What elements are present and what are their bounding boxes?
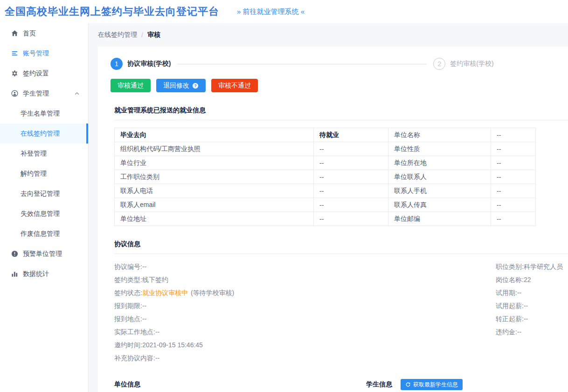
step-2-circle: 2	[433, 58, 445, 70]
agreement-left-column: 协议编号:-- 签约类型:线下签约 签约状态:就业协议审核中(等待学校审核) 报…	[114, 260, 496, 364]
section-title-agreement: 协议信息	[114, 240, 568, 248]
agreement-field-sign-status: 签约状态:就业协议审核中(等待学校审核)	[114, 286, 496, 299]
steps-connector-line	[177, 64, 427, 64]
agreement-field-post-name: 岗位名称:22	[496, 273, 568, 286]
gear-icon	[11, 70, 18, 77]
goto-employment-system-link[interactable]: » 前往就业管理系统 «	[237, 7, 305, 16]
table-cell: 单位联系人	[388, 170, 491, 184]
sidebar-item-destination-registration[interactable]: 去向登记管理	[0, 184, 88, 204]
sidebar-item-invalid-info[interactable]: 失效信息管理	[0, 204, 88, 224]
agreement-section: 协议信息 协议编号:-- 签约类型:线下签约 签约状态:就业协议审核中(等待学校…	[114, 240, 568, 364]
agreement-field-number: 协议编号:--	[114, 260, 496, 273]
table-row: 工作职位类别 -- 单位联系人 --	[115, 170, 536, 184]
agreement-field-position-category: 职位类别:科学研究人员	[496, 260, 568, 273]
refresh-icon	[405, 382, 411, 387]
sidebar-item-student-roster[interactable]: 学生名单管理	[0, 103, 88, 124]
table-cell: --	[314, 142, 388, 156]
step-1-circle: 1	[111, 58, 123, 70]
table-cell: 联系人电话	[115, 184, 314, 198]
refresh-student-info-button[interactable]: 获取最新学生信息	[401, 379, 463, 390]
table-row: 单位地址 -- 单位邮编 --	[115, 212, 536, 226]
send-back-button[interactable]: 退回修改 ?	[156, 79, 206, 92]
breadcrumb-parent[interactable]: 在线签约管理	[98, 31, 137, 39]
table-cell: --	[491, 156, 536, 170]
table-cell: --	[491, 212, 536, 226]
table-cell: --	[491, 198, 536, 212]
breadcrumb-current: 审核	[147, 31, 160, 39]
table-cell: 单位邮编	[388, 212, 491, 226]
table-cell: --	[491, 128, 536, 142]
divider	[114, 254, 568, 254]
approve-button[interactable]: 审核通过	[111, 79, 151, 92]
table-cell: --	[314, 156, 388, 170]
table-cell: 工作职位类别	[115, 170, 314, 184]
sidebar-item-home[interactable]: 首页	[0, 23, 88, 43]
list-icon	[11, 50, 18, 57]
table-cell: 待就业	[314, 128, 388, 142]
sidebar-item-label: 解约管理	[21, 170, 47, 178]
table-cell: --	[491, 170, 536, 184]
section-title-reported-info: 就业管理系统已报送的就业信息	[114, 106, 568, 115]
sidebar-item-accounts[interactable]: 账号管理	[0, 43, 88, 63]
table-row: 联系人电话 -- 联系人手机 --	[115, 184, 536, 198]
sidebar-item-label: 签约设置	[23, 69, 49, 78]
agreement-field-probation-salary: 试用起薪:--	[496, 299, 568, 312]
breadcrumb-separator: /	[141, 31, 143, 39]
steps-indicator: 1 协议审核(学校) 2 签约审核(学校)	[111, 58, 568, 70]
step-1-label: 协议审核(学校)	[127, 60, 171, 68]
table-cell: 联系人手机	[388, 184, 491, 198]
sidebar-item-label: 预警单位管理	[23, 250, 62, 258]
table-cell: --	[314, 212, 388, 226]
app-title: 全国高校毕业生网上签约与毕业去向登记平台	[5, 5, 219, 19]
content-area: 在线签约管理 / 审核 1 协议审核(学校) 2 签约审核(学校) 审核通过 退…	[89, 23, 568, 392]
table-row: 联系人email -- 联系人传真 --	[115, 198, 536, 212]
sidebar-item-label: 学生名单管理	[21, 110, 60, 118]
table-cell: 组织机构代码/工商营业执照	[115, 142, 314, 156]
sidebar-item-label: 补登管理	[21, 150, 47, 158]
chevron-up-icon	[74, 91, 80, 96]
reported-employment-table: 毕业去向 待就业 单位名称 -- 组织机构代码/工商营业执照 -- 单位性质 -…	[114, 128, 536, 226]
table-cell: 单位行业	[115, 156, 314, 170]
sidebar-item-warning-units[interactable]: 预警单位管理	[0, 244, 88, 264]
bottom-sections: 单位信息 学生信息 获取最新学生信息	[114, 379, 568, 392]
agreement-field-report-deadline: 报到期限:--	[114, 299, 496, 312]
sidebar-item-online-signing[interactable]: 在线签约管理	[0, 124, 88, 144]
student-info-section: 学生信息 获取最新学生信息	[366, 379, 568, 392]
sidebar-item-contract-termination[interactable]: 解约管理	[0, 164, 88, 184]
table-row: 毕业去向 待就业 单位名称 --	[115, 128, 536, 142]
sidebar-item-label: 数据统计	[23, 270, 49, 278]
home-icon	[11, 30, 18, 37]
section-title-student: 学生信息	[366, 380, 392, 389]
sidebar-item-student-management[interactable]: 学生管理	[0, 83, 88, 103]
table-cell: 毕业去向	[115, 128, 314, 142]
sidebar-item-sign-settings[interactable]: 签约设置	[0, 63, 88, 83]
breadcrumb: 在线签约管理 / 审核	[89, 23, 568, 47]
agreement-field-invite-time: 邀约时间:2021-09-15 15:46:45	[114, 338, 496, 351]
table-cell: --	[314, 184, 388, 198]
table-cell: 联系人email	[115, 198, 314, 212]
warning-icon	[11, 250, 18, 257]
agreement-field-probation: 试用期:--	[496, 286, 568, 299]
sidebar-item-supplementary-registration[interactable]: 补登管理	[0, 144, 88, 164]
table-cell: --	[314, 198, 388, 212]
company-info-section: 单位信息	[114, 379, 345, 392]
review-card: 1 协议审核(学校) 2 签约审核(学校) 审核通过 退回修改 ? 审核	[98, 47, 568, 392]
sidebar-item-label: 失效信息管理	[21, 210, 60, 218]
question-circle-icon: ?	[192, 83, 199, 89]
sidebar: 首页 账号管理 签约设置 学生管理 学生名单管理 在线签	[0, 23, 89, 392]
section-title-company: 单位信息	[114, 380, 140, 389]
agreement-field-regular-salary: 转正起薪:--	[496, 312, 568, 325]
agreement-field-penalty: 违约金:--	[496, 325, 568, 338]
sidebar-item-voided-info[interactable]: 作废信息管理	[0, 224, 88, 244]
table-cell: 单位地址	[115, 212, 314, 226]
sidebar-item-label: 首页	[23, 29, 36, 38]
agreement-right-column: 职位类别:科学研究人员 岗位名称:22 试用期:-- 试用起薪:-- 转正起薪:	[496, 260, 568, 364]
agreement-field-supplementary: 补充协议内容:--	[114, 351, 496, 364]
sidebar-item-label: 作废信息管理	[21, 230, 60, 238]
divider	[114, 120, 568, 120]
sidebar-item-statistics[interactable]: 数据统计	[0, 264, 88, 284]
step-2-label: 签约审核(学校)	[450, 60, 493, 68]
reject-button[interactable]: 审核不通过	[211, 79, 258, 92]
table-cell: 单位所在地	[388, 156, 491, 170]
table-cell: 联系人传真	[388, 198, 491, 212]
